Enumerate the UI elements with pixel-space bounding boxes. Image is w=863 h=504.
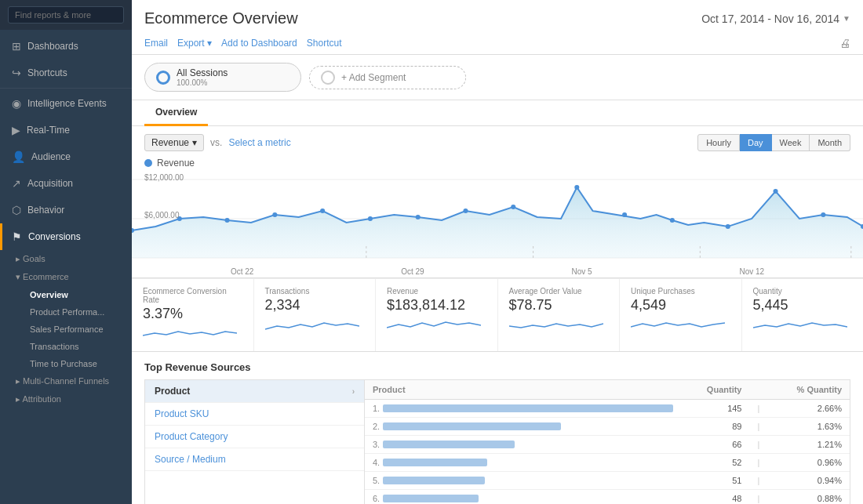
svg-point-14 [670,218,675,223]
sidebar-item-conversions[interactable]: ⚑ Conversions [0,223,132,250]
svg-point-6 [272,212,277,217]
table-row: 2. 89 | 1.63% [365,418,850,436]
table-row: 3. 66 | 1.21% [365,436,850,454]
sidebar-sub-attribution[interactable]: ▸ Attribution [0,390,132,408]
divider-cell: | [749,472,767,490]
stat-transactions: Transactions 2,334 [254,279,377,351]
time-btn-hourly[interactable]: Hourly [697,134,740,151]
add-segment-label: + Add Segment [341,72,406,83]
legend-dot-icon [144,159,152,167]
stat-label: Revenue [387,287,486,296]
sidebar-sub-sales-performance[interactable]: Sales Performance [0,321,132,338]
stat-value: $183,814.12 [387,297,486,314]
revenue-chart [132,172,863,266]
sidebar-item-acquisition[interactable]: ↗ Acquisition [0,170,132,197]
chart-legend: Revenue [144,158,850,169]
sidebar-item-behavior[interactable]: ⬡ Behavior [0,197,132,223]
toolbar: Email Export ▾ Add to Dashboard Shortcut… [144,32,850,54]
sidebar-sub-overview[interactable]: Overview [0,286,132,303]
sidebar-sub-time-to-purchase[interactable]: Time to Purchase [0,355,132,372]
stat-label: Transactions [265,287,365,296]
print-icon[interactable]: 🖨 [839,37,850,49]
stat-label: Quantity [753,287,853,296]
svg-point-7 [320,208,325,213]
sidebar-item-label: Behavior [27,205,64,216]
email-button[interactable]: Email [144,38,168,49]
sidebar-sub-transactions[interactable]: Transactions [0,338,132,355]
bottom-section: Top Revenue Sources Product › Product SK… [132,352,863,504]
sidebar-item-label: Intelligence Events [27,98,107,109]
segment-circle-icon [156,71,170,85]
shortcut-button[interactable]: Shortcut [307,38,342,49]
segment-info: All Sessions 100.00% [177,67,228,87]
stat-revenue: Revenue $183,814.12 [376,279,498,351]
metric-chevron-icon: ▾ [192,137,197,148]
sidebar-item-audience[interactable]: 👤 Audience [0,143,132,170]
left-panel-item-label: Source / Medium [155,454,226,465]
product-bar-cell: 6. [365,490,681,505]
export-button[interactable]: Export ▾ [177,38,212,49]
pct-cell: 0.88% [767,490,850,505]
sidebar-sub-goals[interactable]: ▸ Goals [0,250,132,268]
chart-date-1: Oct 22 [231,267,253,276]
svg-point-9 [416,215,421,219]
chart-date-3: Nov 5 [571,267,592,276]
svg-point-15 [726,224,730,229]
left-panel-source-medium[interactable]: Source / Medium [145,448,364,471]
vs-text: vs. [210,137,222,148]
main-content: Ecommerce Overview Oct 17, 2014 - Nov 16… [132,0,863,504]
stat-label: Ecommerce Conversion Rate [143,287,242,304]
stat-label: Unique Purchases [631,287,730,296]
product-bar-cell: 5. [365,472,681,490]
left-panel-product[interactable]: Product › [145,380,364,403]
sidebar-sub-multichannel[interactable]: ▸ Multi-Channel Funnels [0,372,132,390]
table-row: 5. 51 | 0.94% [365,472,850,490]
right-chevron-icon: › [352,387,355,396]
bar-fill [383,495,479,502]
bar-container: 3. [373,440,673,449]
metric-dropdown[interactable]: Revenue ▾ [144,134,204,151]
col-product: Product [365,380,681,400]
time-btn-week[interactable]: Week [772,134,810,151]
tab-overview[interactable]: Overview [144,100,208,126]
stat-value: $78.75 [509,297,609,314]
pct-cell: 2.66% [767,400,850,418]
date-range[interactable]: Oct 17, 2014 - Nov 16, 2014 ▼ [701,13,850,25]
svg-point-16 [774,189,778,194]
sidebar-item-dashboards[interactable]: ⊞ Dashboards [0,33,132,60]
y-label-high: $12,000.00 [144,173,184,182]
chart-date-2: Oct 29 [401,267,424,276]
quantity-cell: 89 [681,418,749,436]
time-btn-day[interactable]: Day [740,134,772,151]
sidebar-sub-ecommerce[interactable]: ▾ Ecommerce [0,268,132,286]
conversions-icon: ⚑ [12,230,22,243]
time-btn-month[interactable]: Month [810,134,850,151]
row-number: 4. [373,458,380,467]
search-input[interactable] [8,6,124,24]
export-label: Export [177,38,205,49]
sidebar-item-label: Conversions [28,231,81,242]
behavior-icon: ⬡ [12,204,21,216]
stats-bar: Ecommerce Conversion Rate 3.37% Transact… [132,278,863,352]
export-chevron-icon: ▾ [207,38,212,49]
left-panel-product-sku[interactable]: Product SKU [145,403,364,426]
add-segment-button[interactable]: + Add Segment [309,66,466,89]
top-bar: Ecommerce Overview Oct 17, 2014 - Nov 16… [132,0,863,55]
chart-controls: Revenue ▾ vs. Select a metric Hourly Day… [144,134,850,151]
svg-point-11 [511,205,515,209]
bar-container: 1. [373,404,673,413]
pct-cell: 1.21% [767,436,850,454]
sidebar-item-realtime[interactable]: ▶ Real-Time [0,117,132,143]
add-to-dashboard-button[interactable]: Add to Dashboard [221,38,297,49]
left-panel-product-category[interactable]: Product Category [145,426,364,448]
stat-value: 4,549 [631,297,730,314]
sidebar-item-shortcuts[interactable]: ↪ Shortcuts [0,60,132,86]
sidebar: ⊞ Dashboards ↪ Shortcuts ◉ Intelligence … [0,0,132,504]
svg-point-8 [368,216,373,221]
sidebar-item-intelligence[interactable]: ◉ Intelligence Events [0,90,132,117]
date-range-arrow-icon: ▼ [843,14,850,23]
select-metric-link[interactable]: Select a metric [228,137,290,148]
sidebar-sub-product-performance[interactable]: Product Performa... [0,303,132,321]
all-sessions-segment[interactable]: All Sessions 100.00% [144,63,301,92]
divider-cell: | [749,490,767,505]
